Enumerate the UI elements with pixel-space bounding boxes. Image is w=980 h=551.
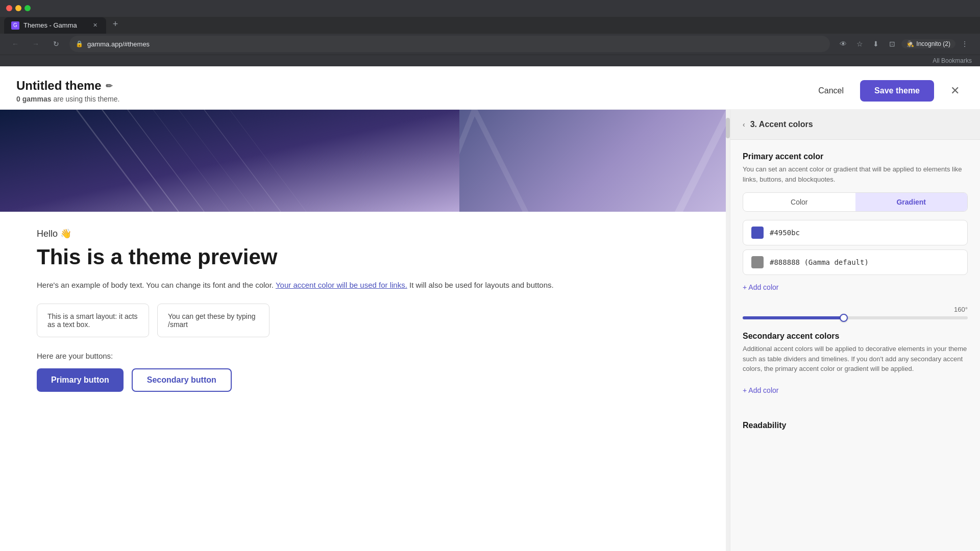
incognito-badge[interactable]: 🕵 Incognito (2) (901, 39, 955, 48)
modal-body: Hello 👋 This is a theme preview Here's a… (0, 110, 980, 551)
buttons-label: Here are your buttons: (37, 352, 693, 360)
gammas-count: 0 gammas (16, 95, 51, 103)
favicon-text: G (13, 22, 17, 28)
smart-layout-2: You can get these by typing /smart (157, 304, 270, 337)
preview-buttons: Primary button Secondary button (37, 368, 693, 392)
preview-hero-image (0, 110, 730, 212)
forward-button[interactable]: → (29, 37, 43, 51)
modal-actions: Cancel Save theme ✕ (810, 80, 964, 102)
window-controls (6, 5, 31, 11)
section-header-text: 3. Accent colors (750, 120, 813, 129)
color-swatch-1 (751, 227, 764, 239)
svg-rect-0 (0, 110, 459, 212)
tab-close-btn[interactable]: ✕ (91, 21, 99, 30)
eye-icon[interactable]: 👁 (836, 37, 850, 51)
subtitle-suffix: are using this theme. (53, 95, 119, 103)
preview-hello: Hello 👋 (37, 228, 693, 239)
cancel-button[interactable]: Cancel (810, 82, 852, 99)
save-theme-button[interactable]: Save theme (860, 80, 934, 102)
tab-bar: G Themes - Gamma ✕ + (0, 17, 980, 34)
reload-button[interactable]: ↻ (49, 37, 63, 51)
secondary-accent-group: Secondary accent colors Additional accen… (743, 332, 968, 398)
gradient-slider-container: 160° (743, 306, 968, 319)
tab-title: Themes - Gamma (23, 21, 77, 29)
color-toggle-btn[interactable]: Color (743, 193, 855, 211)
title-bar (0, 0, 980, 17)
new-tab-icon: + (113, 19, 118, 30)
address-bar: ← → ↻ 🔒 gamma.app/#themes 👁 ☆ ⬇ ⊡ 🕵 Inco… (0, 34, 980, 55)
body-text-1: Here's an example of body text. You can … (37, 281, 274, 289)
bookmarks-bar: All Bookmarks (0, 55, 980, 66)
tab-favicon: G (11, 21, 19, 30)
add-secondary-color-button[interactable]: + Add color (743, 382, 778, 398)
gradient-slider-fill (743, 316, 844, 319)
preview-secondary-button[interactable]: Secondary button (132, 368, 232, 392)
smart-layout-1: This is a smart layout: it acts as a tex… (37, 304, 149, 337)
gradient-slider-thumb[interactable] (840, 314, 848, 322)
hero-decoration (0, 110, 459, 212)
theme-name: Untitled theme (16, 79, 102, 93)
right-panel: ‹ 3. Accent colors Primary accent color … (730, 110, 980, 551)
modal-header: Untitled theme ✏ 0 gammas are using this… (0, 66, 980, 110)
readability-title: Readability (743, 421, 968, 430)
window-close[interactable] (6, 5, 12, 11)
active-tab[interactable]: G Themes - Gamma ✕ (4, 17, 106, 34)
section-chevron-icon: ‹ (743, 120, 745, 129)
star-icon[interactable]: ☆ (852, 37, 867, 51)
preview-heading: This is a theme preview (37, 245, 693, 269)
url-text: gamma.app/#themes (87, 40, 824, 48)
menu-icon[interactable]: ⋮ (958, 37, 972, 51)
preview-area: Hello 👋 This is a theme preview Here's a… (0, 110, 730, 551)
preview-primary-button[interactable]: Primary button (37, 368, 124, 392)
preview-link[interactable]: Your accent color will be used for links… (276, 281, 407, 289)
section-header[interactable]: ‹ 3. Accent colors (730, 110, 980, 140)
secondary-accent-title: Secondary accent colors (743, 332, 968, 341)
smart-layouts: This is a smart layout: it acts as a tex… (37, 304, 693, 337)
color-value-2: #888888 (Gamma default) (770, 258, 869, 266)
modal-subtitle: 0 gammas are using this theme. (16, 95, 119, 103)
window-minimize[interactable] (15, 5, 21, 11)
readability-section: Readability (730, 421, 980, 442)
incognito-icon: 🕵 (906, 40, 914, 47)
scroll-thumb[interactable] (726, 118, 730, 138)
body-text-2: It will also be used for layouts and but… (409, 281, 554, 289)
primary-accent-desc: You can set an accent color or gradient … (743, 164, 968, 184)
color-row-1[interactable]: #4950bc (743, 220, 968, 245)
download-icon[interactable]: ⬇ (869, 37, 883, 51)
main-content: Untitled theme ✏ 0 gammas are using this… (0, 66, 980, 551)
close-button[interactable]: ✕ (946, 82, 964, 99)
color-value-1: #4950bc (770, 229, 800, 237)
all-bookmarks-label: All Bookmarks (933, 57, 972, 64)
back-button[interactable]: ← (8, 37, 22, 51)
scroll-indicator (726, 110, 730, 551)
color-row-2[interactable]: #888888 (Gamma default) (743, 249, 968, 275)
url-bar[interactable]: 🔒 gamma.app/#themes (69, 36, 830, 52)
secondary-accent-desc: Additional accent colors will be applied… (743, 344, 968, 374)
modal-title-area: Untitled theme ✏ 0 gammas are using this… (16, 79, 119, 103)
gradient-toggle-btn[interactable]: Gradient (855, 193, 968, 211)
new-tab-button[interactable]: + (108, 17, 122, 32)
modal-title: Untitled theme ✏ (16, 79, 119, 93)
window-icon[interactable]: ⊡ (885, 37, 899, 51)
browser-actions: 👁 ☆ ⬇ ⊡ 🕵 Incognito (2) ⋮ (836, 37, 972, 51)
edit-icon[interactable]: ✏ (106, 81, 112, 91)
color-gradient-toggle: Color Gradient (743, 192, 968, 212)
preview-body-text: Here's an example of body text. You can … (37, 279, 693, 291)
gradient-angle-label: 160° (743, 306, 968, 313)
incognito-label: Incognito (2) (916, 40, 950, 47)
browser-chrome: G Themes - Gamma ✕ + ← → ↻ 🔒 gamma.app/#… (0, 0, 980, 66)
gradient-slider-track[interactable] (743, 316, 968, 319)
window-maximize[interactable] (24, 5, 31, 11)
primary-accent-group: Primary accent color You can set an acce… (743, 152, 968, 319)
section-body: Primary accent color You can set an acce… (730, 140, 980, 421)
color-swatch-2 (751, 256, 764, 268)
add-color-button[interactable]: + Add color (743, 279, 778, 295)
preview-content: Hello 👋 This is a theme preview Here's a… (20, 212, 709, 518)
primary-accent-title: Primary accent color (743, 152, 968, 161)
lock-icon: 🔒 (76, 40, 83, 47)
